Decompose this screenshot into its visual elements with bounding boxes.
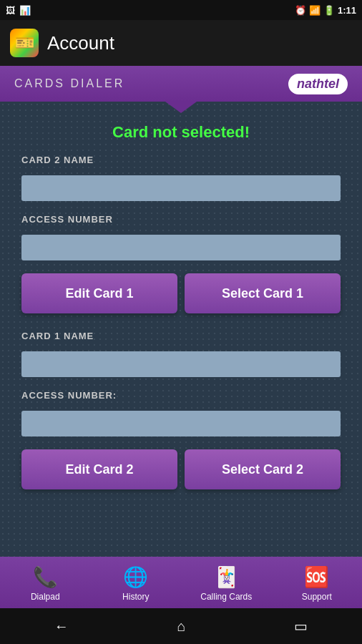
support-label: Support (302, 592, 332, 602)
edit-card1-button[interactable]: Edit Card 1 (21, 273, 177, 313)
back-button[interactable]: ← (54, 618, 69, 635)
app-icon: 🎫 (10, 29, 39, 57)
battery-icon: 🔋 (323, 5, 335, 16)
card1-access-input[interactable] (21, 411, 341, 436)
alarm-icon: ⏰ (295, 5, 306, 16)
page-title: Account (47, 32, 114, 54)
status-right-icons: ⏰ 📶 🔋 1:11 (295, 5, 356, 16)
card1-access-label: ACCESS NUMBER: (21, 390, 341, 401)
card2-button-row: Edit Card 1 Select Card 1 (21, 273, 341, 313)
recent-button[interactable]: ▭ (294, 618, 308, 635)
card2-access-input[interactable] (21, 235, 341, 260)
photo-icon: 🖼 (6, 5, 15, 16)
card1-name-input[interactable] (21, 351, 341, 377)
bottom-nav: 📞 Dialpad 🌐 History 🃏 Calling Cards 🆘 Su… (0, 557, 362, 608)
status-message: Card not selected! (21, 123, 341, 142)
card2-name-input[interactable] (21, 175, 341, 201)
network-icon: 📶 (309, 5, 321, 16)
card2-access-label: ACCESS NUMBER (21, 214, 341, 225)
select-card2-button[interactable]: Select Card 2 (185, 449, 341, 489)
support-icon: 🆘 (303, 563, 331, 590)
home-button[interactable]: ⌂ (177, 618, 185, 635)
status-bar: 🖼 📊 ⏰ 📶 🔋 1:11 (0, 0, 362, 20)
nav-item-support[interactable]: 🆘 Support (272, 563, 363, 602)
history-icon: 🌐 (122, 563, 150, 590)
signal-icon: 📊 (19, 5, 31, 16)
nav-item-calling-cards[interactable]: 🃏 Calling Cards (181, 563, 272, 602)
calling-cards-label: Calling Cards (200, 592, 252, 602)
dialpad-icon: 📞 (31, 563, 59, 590)
nav-item-history[interactable]: 🌐 History (91, 563, 182, 602)
title-bar: 🎫 Account (0, 20, 362, 66)
card1-name-label: CARD 1 NAME (21, 331, 341, 341)
banner-title: CARDS DIALER (14, 77, 124, 90)
edit-card2-button[interactable]: Edit Card 2 (21, 449, 177, 489)
select-card1-button[interactable]: Select Card 1 (185, 273, 341, 313)
header-banner: CARDS DIALER nathtel (0, 66, 362, 102)
status-left-icons: 🖼 📊 (6, 5, 31, 16)
dialpad-label: Dialpad (31, 592, 60, 602)
card2-name-label: CARD 2 NAME (21, 155, 341, 165)
system-nav-bar: ← ⌂ ▭ (0, 608, 362, 644)
nav-item-dialpad[interactable]: 📞 Dialpad (0, 563, 91, 602)
brand-logo: nathtel (288, 74, 348, 94)
time-display: 1:11 (338, 5, 356, 16)
main-content: Card not selected! CARD 2 NAME ACCESS NU… (0, 102, 362, 557)
history-label: History (122, 592, 149, 602)
calling-cards-icon: 🃏 (212, 563, 240, 590)
card1-button-row: Edit Card 2 Select Card 2 (21, 449, 341, 489)
